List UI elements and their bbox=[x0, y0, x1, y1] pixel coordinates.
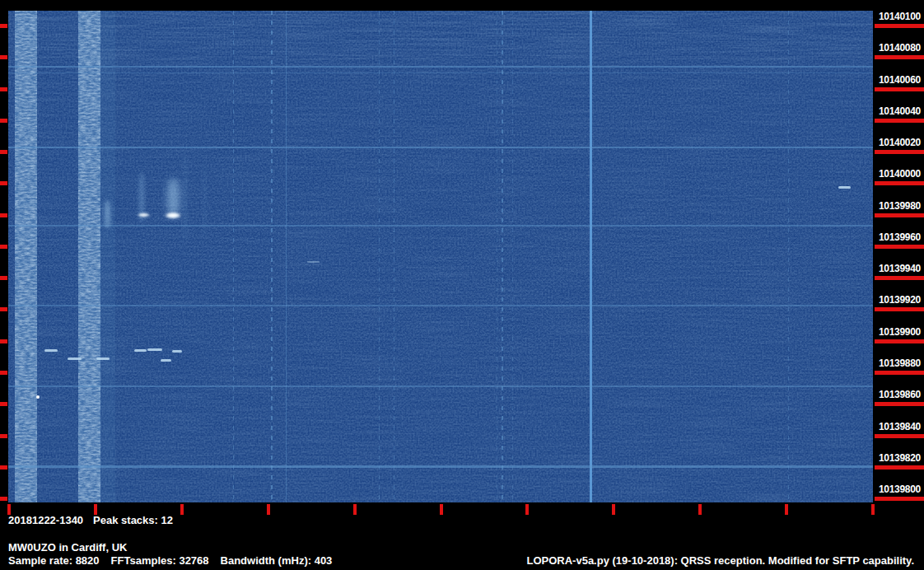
peak-stacks: Peak stacks: 12 bbox=[93, 515, 173, 527]
footer-line-station: MW0UZO in Cardiff, UK bbox=[8, 542, 127, 554]
time-tick-row bbox=[0, 0, 924, 570]
time-axis-tick bbox=[267, 504, 270, 515]
time-axis-tick bbox=[525, 504, 529, 515]
footer-line-timestamp: 20181222-1340 Peak stacks: 12 bbox=[8, 515, 173, 527]
time-axis-tick bbox=[785, 504, 788, 515]
time-axis-tick bbox=[871, 504, 875, 515]
time-axis-tick bbox=[440, 504, 443, 515]
time-axis-tick bbox=[180, 504, 184, 515]
timestamp: 20181222-1340 bbox=[8, 515, 83, 527]
time-axis-tick bbox=[353, 504, 357, 515]
footer-line-settings: Sample rate: 8820 FFTsamples: 32768 Band… bbox=[8, 555, 332, 568]
software-info: LOPORA-v5a.py (19-10-2018): QRSS recepti… bbox=[526, 555, 914, 568]
time-axis-tick bbox=[698, 504, 702, 515]
footer-line-software: LOPORA-v5a.py (19-10-2018): QRSS recepti… bbox=[526, 555, 914, 568]
fft-samples: FFTsamples: 32768 bbox=[111, 555, 209, 568]
station-callsign-location: MW0UZO in Cardiff, UK bbox=[8, 542, 127, 554]
sample-rate: Sample rate: 8820 bbox=[8, 555, 100, 568]
qrss-grabber-screenshot: 1014010010140080101400601014004010140020… bbox=[0, 0, 924, 570]
bandwidth: Bandwidth (mHz): 403 bbox=[221, 555, 333, 568]
time-axis-tick bbox=[612, 504, 615, 515]
